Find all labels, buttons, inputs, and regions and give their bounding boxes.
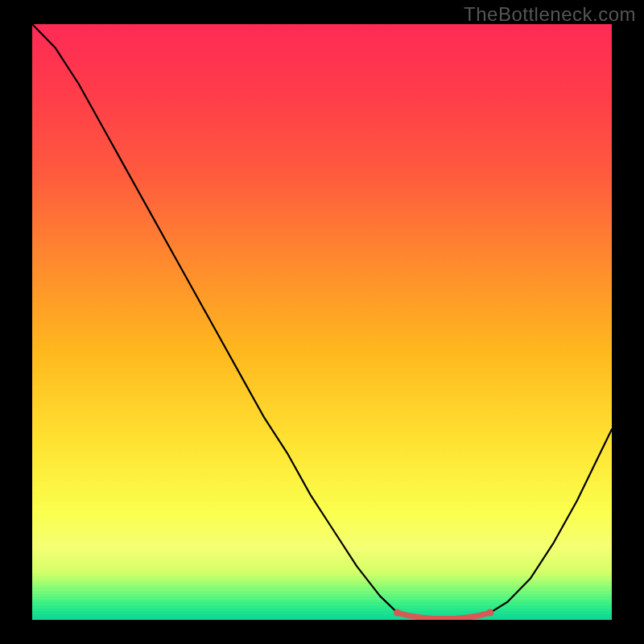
bottleneck-curve [32,24,612,619]
chart-frame: TheBottleneck.com [0,0,644,644]
plot-area [32,24,612,620]
watermark-text: TheBottleneck.com [464,3,636,26]
curve-svg [32,24,612,620]
highlight-endpoint [394,609,401,617]
highlight-endpoint [486,609,493,617]
highlight-segment [398,613,490,618]
